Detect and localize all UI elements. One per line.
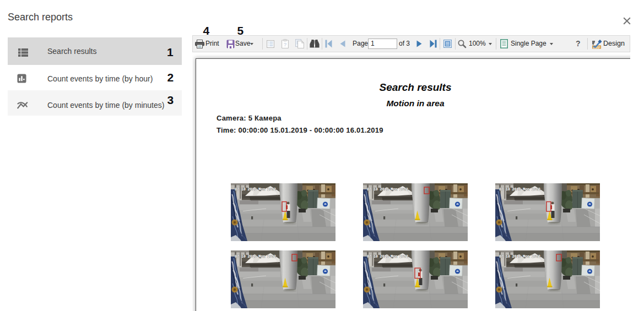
svg-text:?: ? bbox=[284, 42, 286, 47]
